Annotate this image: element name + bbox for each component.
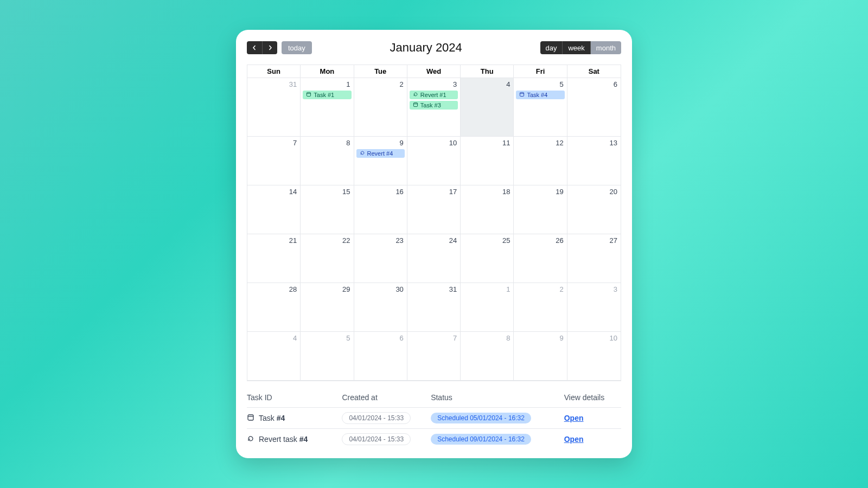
calendar-day[interactable]: 6 xyxy=(567,78,621,137)
day-number: 4 xyxy=(463,80,511,88)
calendar-day[interactable]: 4 xyxy=(247,332,301,381)
calendar-day[interactable]: 29 xyxy=(301,283,354,332)
calendar-event[interactable]: Revert #1 xyxy=(410,91,458,99)
open-link[interactable]: Open xyxy=(564,414,584,422)
calendar-day[interactable]: 7 xyxy=(247,137,301,185)
day-header: Thu xyxy=(461,65,514,78)
calendar-day[interactable]: 16 xyxy=(354,185,407,234)
day-number: 9 xyxy=(516,334,564,342)
day-number: 7 xyxy=(250,139,298,147)
svg-rect-3 xyxy=(248,415,253,420)
day-number: 10 xyxy=(570,334,618,342)
day-number: 8 xyxy=(463,334,511,342)
today-button[interactable]: today xyxy=(282,41,312,54)
calendar-event[interactable]: Task #3 xyxy=(410,101,458,110)
calendar-day[interactable]: 18 xyxy=(461,185,514,234)
col-task-id: Task ID xyxy=(247,393,342,402)
calendar-day[interactable]: 2 xyxy=(514,283,567,332)
calendar-event[interactable]: Task #1 xyxy=(303,91,351,99)
calendar-day[interactable]: 10 xyxy=(407,137,461,185)
col-status: Status xyxy=(431,393,564,402)
calendar-day[interactable]: 26 xyxy=(514,234,567,283)
calendar-day[interactable]: 8 xyxy=(301,137,354,185)
calendar-day[interactable]: 25 xyxy=(461,234,514,283)
task-icon xyxy=(247,414,254,423)
day-number: 18 xyxy=(463,188,511,196)
day-number: 4 xyxy=(250,334,298,342)
day-number: 19 xyxy=(516,188,564,196)
event-label: Task #4 xyxy=(527,92,547,98)
day-header: Fri xyxy=(514,65,567,78)
created-at-badge: 04/01/2024 - 15:33 xyxy=(342,433,411,445)
task-number: #4 xyxy=(299,435,308,444)
day-number: 11 xyxy=(463,139,511,147)
next-button[interactable] xyxy=(262,41,277,54)
view-day-button[interactable]: day xyxy=(540,41,563,54)
calendar-day[interactable]: 28 xyxy=(247,283,301,332)
calendar-day[interactable]: 17 xyxy=(407,185,461,234)
calendar-day[interactable]: 2 xyxy=(354,78,407,137)
calendar-day[interactable]: 30 xyxy=(354,283,407,332)
calendar-event[interactable]: Revert #4 xyxy=(356,149,405,158)
task-id-cell: Revert task #4 xyxy=(247,435,342,444)
calendar-day[interactable]: 7 xyxy=(407,332,461,381)
calendar-day[interactable]: 5 xyxy=(301,332,354,381)
calendar-day[interactable]: 19 xyxy=(514,185,567,234)
calendar-day[interactable]: 14 xyxy=(247,185,301,234)
svg-rect-0 xyxy=(307,92,311,96)
prev-button[interactable] xyxy=(247,41,262,54)
calendar-day[interactable]: 3Revert #1Task #3 xyxy=(407,78,461,137)
calendar-day[interactable]: 23 xyxy=(354,234,407,283)
day-number: 12 xyxy=(516,139,564,147)
calendar-day[interactable]: 9Revert #4 xyxy=(354,137,407,185)
day-number: 25 xyxy=(463,236,511,245)
calendar-event[interactable]: Task #4 xyxy=(516,91,564,99)
view-week-button[interactable]: week xyxy=(562,41,590,54)
calendar-day[interactable]: 9 xyxy=(514,332,567,381)
day-header: Tue xyxy=(354,65,407,78)
calendar-day[interactable]: 20 xyxy=(567,185,621,234)
calendar-day[interactable]: 8 xyxy=(461,332,514,381)
task-icon xyxy=(519,92,525,98)
calendar-grid: SunMonTueWedThuFriSat 311Task #123Revert… xyxy=(247,65,621,381)
calendar-day[interactable]: 1Task #1 xyxy=(301,78,354,137)
task-number: #4 xyxy=(277,414,285,422)
day-number: 8 xyxy=(303,139,351,147)
day-number: 21 xyxy=(250,236,298,245)
task-row: Task #404/01/2024 - 15:33Scheduled 05/01… xyxy=(247,407,621,428)
revert-icon xyxy=(247,435,254,444)
calendar-day[interactable]: 3 xyxy=(567,283,621,332)
calendar-day[interactable]: 21 xyxy=(247,234,301,283)
calendar-day[interactable]: 10 xyxy=(567,332,621,381)
view-month-button[interactable]: month xyxy=(590,41,621,54)
calendar-day[interactable]: 24 xyxy=(407,234,461,283)
calendar-day[interactable]: 1 xyxy=(461,283,514,332)
calendar-day[interactable]: 6 xyxy=(354,332,407,381)
calendar-day[interactable]: 31 xyxy=(407,283,461,332)
task-id-cell: Task #4 xyxy=(247,414,342,423)
calendar-day[interactable]: 27 xyxy=(567,234,621,283)
event-label: Task #1 xyxy=(314,92,334,98)
day-number: 2 xyxy=(356,80,405,88)
day-number: 6 xyxy=(570,80,618,88)
toolbar: today January 2024 day week month xyxy=(247,41,621,55)
day-number: 1 xyxy=(463,285,511,293)
status-badge: Scheduled 09/01/2024 - 16:32 xyxy=(431,434,531,445)
day-header: Sat xyxy=(567,65,621,78)
day-number: 15 xyxy=(303,188,351,196)
day-number: 10 xyxy=(410,139,458,147)
day-number: 6 xyxy=(356,334,405,342)
calendar-day[interactable]: 12 xyxy=(514,137,567,185)
calendar-day[interactable]: 22 xyxy=(301,234,354,283)
day-number: 27 xyxy=(570,236,618,245)
calendar-day[interactable]: 11 xyxy=(461,137,514,185)
day-number: 24 xyxy=(410,236,458,245)
calendar-day[interactable]: 4 xyxy=(461,78,514,137)
event-label: Revert #4 xyxy=(367,150,393,157)
calendar-day[interactable]: 5Task #4 xyxy=(514,78,567,137)
calendar-day[interactable]: 15 xyxy=(301,185,354,234)
calendar-day[interactable]: 31 xyxy=(247,78,301,137)
day-number: 7 xyxy=(410,334,458,342)
calendar-day[interactable]: 13 xyxy=(567,137,621,185)
open-link[interactable]: Open xyxy=(564,435,584,444)
